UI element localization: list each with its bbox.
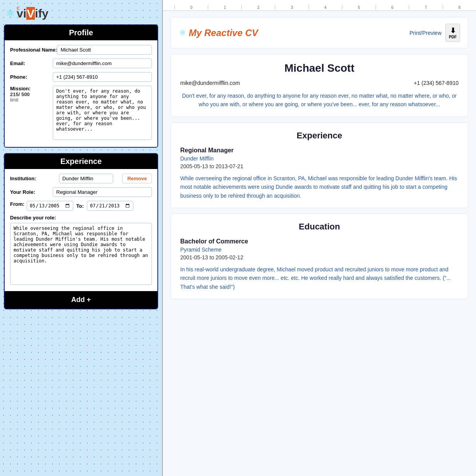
cv-phone: +1 (234) 567-8910 xyxy=(414,80,459,86)
education-cv-title: Education xyxy=(180,222,459,232)
cv-mission-text: Don't ever, for any reason, do anything … xyxy=(180,91,459,109)
role-row: Your Role: xyxy=(10,187,152,197)
profile-section-card: Profile Professional Name: Email: Phone:… xyxy=(4,24,158,148)
from-date-input[interactable] xyxy=(27,201,73,211)
desc-textarea[interactable]: While overseeing the regional office in … xyxy=(10,223,152,285)
name-label: Professional Name: xyxy=(10,47,57,53)
logo-area: ⚛ C viVify xyxy=(4,4,158,24)
ruler-tick-8: 8 xyxy=(443,5,476,10)
mission-textarea[interactable]: Don't ever, for any reason, do anything … xyxy=(53,86,152,140)
profile-section-body: Professional Name: Email: Phone: Mission… xyxy=(5,40,157,147)
desc-label: Describe your role: xyxy=(10,215,152,221)
email-field-row: Email: xyxy=(10,59,152,68)
add-experience-button[interactable]: Add + xyxy=(5,291,157,309)
edu-degree-title: Bachelor of Commerce xyxy=(180,238,459,245)
ruler: 0 1 2 3 4 5 6 7 8 xyxy=(163,0,476,11)
mission-label-block: Mission: 215/ 500 limit xyxy=(10,86,53,103)
left-panel: ⚛ C viVify Profile Professional Name: Em… xyxy=(0,0,163,476)
ruler-tick-3: 3 xyxy=(275,5,308,10)
profile-cv-card: Michael Scott mike@dundermifflin.com +1 … xyxy=(171,54,468,117)
react-logo-icon: ⚛ xyxy=(5,7,15,20)
role-input[interactable] xyxy=(53,187,152,197)
experience-section-card: Experience Institution: Remove Your Role… xyxy=(4,153,158,309)
logo-c-letter: C xyxy=(17,6,20,10)
ruler-tick-0: 0 xyxy=(174,5,208,10)
email-input[interactable] xyxy=(53,59,152,68)
ruler-tick-6: 6 xyxy=(376,5,409,10)
mission-field-row: Mission: 215/ 500 limit Don't ever, for … xyxy=(10,86,152,140)
experience-section-body: Institution: Remove Your Role: From: To:… xyxy=(5,169,157,291)
ruler-tick-4: 4 xyxy=(309,5,342,10)
exp-dates: 2005-05-13 to 2013-07-21 xyxy=(180,163,459,169)
education-cv-card: Education Bachelor of Commerce Pyramid S… xyxy=(171,214,468,299)
role-label: Your Role: xyxy=(10,189,53,195)
cv-title: My Reactive CV xyxy=(189,28,258,38)
remove-button[interactable]: Remove xyxy=(122,174,152,183)
phone-label: Phone: xyxy=(10,74,53,80)
edu-description: In his real-world undergraduate degree, … xyxy=(180,265,459,291)
exp-company: Dunder Mifflin xyxy=(180,155,459,162)
profile-section-header: Profile xyxy=(5,25,157,40)
desc-block: Describe your role: While overseeing the… xyxy=(10,215,152,286)
experience-header-label: Experience xyxy=(60,157,102,166)
phone-field-row: Phone: xyxy=(10,72,152,82)
pdf-button[interactable]: ⬇ PDF xyxy=(445,24,460,42)
from-label: From: xyxy=(10,201,24,207)
institution-row: Institution: Remove xyxy=(10,174,152,183)
pdf-icon: ⬇ xyxy=(450,26,456,35)
cv-person-name: Michael Scott xyxy=(180,62,459,74)
exp-description: While overseeing the regional office in … xyxy=(180,174,459,200)
cv-email: mike@dundermifflin.com xyxy=(180,80,240,86)
experience-section-header: Experience xyxy=(5,154,157,169)
print-area: Print/Preview ⬇ PDF xyxy=(410,24,460,42)
profile-header-label: Profile xyxy=(69,28,93,37)
to-label: To: xyxy=(76,203,84,209)
dates-row: From: To: xyxy=(10,201,152,211)
pdf-label: PDF xyxy=(449,35,457,39)
ruler-content: 0 1 2 3 4 5 6 7 8 xyxy=(163,5,476,10)
right-panel: 0 1 2 3 4 5 6 7 8 ⚛ My Reactive CV Print… xyxy=(163,0,476,476)
to-date-input[interactable] xyxy=(87,201,133,211)
ruler-tick-2: 2 xyxy=(241,5,275,10)
ruler-tick-7: 7 xyxy=(409,5,442,10)
experience-cv-card: Experience Regional Manager Dunder Miffl… xyxy=(171,122,468,208)
cv-logo-area: ⚛ My Reactive CV xyxy=(179,28,258,38)
experience-cv-title: Experience xyxy=(180,131,459,141)
name-input[interactable] xyxy=(57,45,152,55)
email-label: Email: xyxy=(10,60,53,66)
institution-input[interactable] xyxy=(59,174,113,183)
cv-content: ⚛ My Reactive CV Print/Preview ⬇ PDF Mic… xyxy=(163,11,476,476)
name-field-row: Professional Name: xyxy=(10,45,152,55)
edu-institution: Pyramid Scheme xyxy=(180,247,459,253)
mission-limit-label: limit xyxy=(10,97,53,103)
cv-contact-row: mike@dundermifflin.com +1 (234) 567-8910 xyxy=(180,80,459,86)
institution-label: Institution: xyxy=(10,176,53,181)
cv-header-card: ⚛ My Reactive CV Print/Preview ⬇ PDF xyxy=(171,17,468,48)
print-label: Print/Preview xyxy=(410,30,442,36)
exp-job-title: Regional Manager xyxy=(180,147,459,154)
mission-count: 215/ 500 xyxy=(10,91,53,97)
edu-dates: 2001-05-13 to 2005-02-12 xyxy=(180,254,459,260)
ruler-tick-1: 1 xyxy=(208,5,241,10)
mission-label: Mission: xyxy=(10,86,53,91)
cv-react-icon: ⚛ xyxy=(179,28,186,38)
logo-vivify-text: viVify xyxy=(17,8,48,19)
phone-input[interactable] xyxy=(53,72,152,82)
ruler-tick-5: 5 xyxy=(342,5,375,10)
